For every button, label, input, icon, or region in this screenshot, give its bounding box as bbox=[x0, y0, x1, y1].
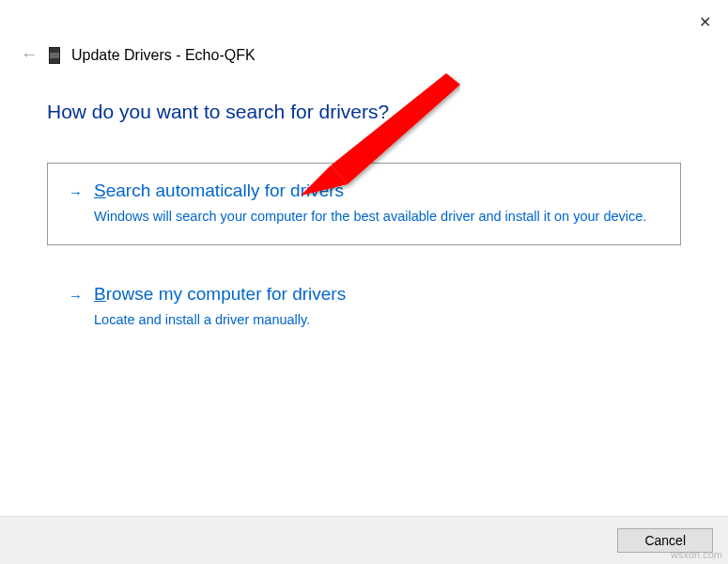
window-title: Update Drivers - Echo-QFK bbox=[71, 47, 256, 64]
dialog-footer: Cancel bbox=[0, 516, 728, 564]
option-auto-title: Search automatically for drivers bbox=[94, 180, 659, 201]
option-browse-description: Locate and install a driver manually. bbox=[94, 310, 659, 329]
option-auto-description: Windows will search your computer for th… bbox=[94, 207, 659, 226]
watermark-text: wsxdn.com bbox=[671, 549, 722, 560]
device-icon bbox=[49, 47, 60, 64]
arrow-right-icon: → bbox=[69, 184, 83, 200]
dialog-content: How do you want to search for drivers? →… bbox=[0, 65, 728, 350]
dialog-header: ← Update Drivers - Echo-QFK bbox=[0, 0, 728, 65]
close-button[interactable]: ✕ bbox=[699, 13, 711, 31]
back-arrow-icon[interactable]: ← bbox=[21, 45, 38, 65]
option-browse-title: Browse my computer for drivers bbox=[94, 284, 659, 305]
option-browse-computer[interactable]: → Browse my computer for drivers Locate … bbox=[47, 266, 681, 349]
option-search-automatically[interactable]: → Search automatically for drivers Windo… bbox=[47, 163, 681, 245]
page-title: How do you want to search for drivers? bbox=[47, 101, 681, 123]
arrow-right-icon: → bbox=[69, 288, 83, 304]
